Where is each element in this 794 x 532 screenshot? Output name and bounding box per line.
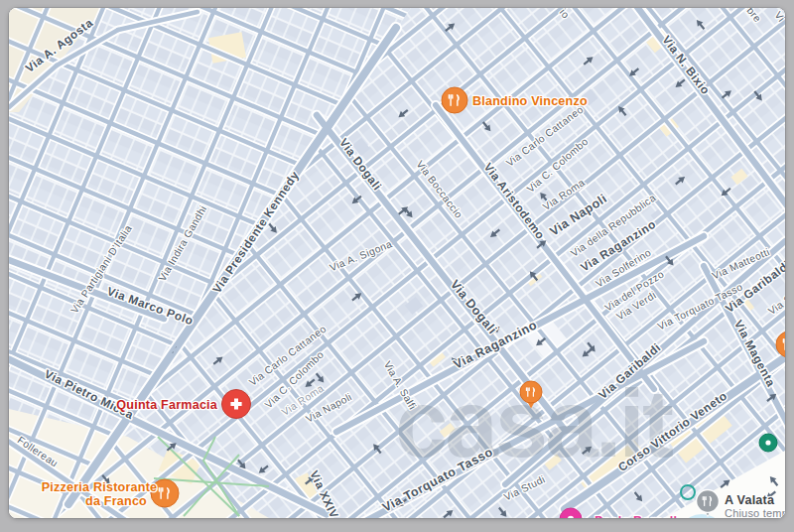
- poi-marker-blandino[interactable]: [442, 87, 467, 113]
- poi-status-valata: Chiuso tempo: [725, 507, 785, 518]
- poi-marker-farmacia[interactable]: [222, 390, 251, 419]
- garden-icon: [765, 440, 770, 445]
- poi-label-pizzeria-line2[interactable]: da Franco: [85, 494, 147, 508]
- poi-label-valata[interactable]: A Valata: [725, 493, 775, 507]
- poi-label-pizzeria-line1[interactable]: Pizzeria Ristorante: [42, 480, 157, 494]
- map-canvas[interactable]: casa.it Via A. Agosta Via Partigiani D'I…: [9, 8, 785, 518]
- poi-label-farmacia[interactable]: Quinta Farmacia: [116, 398, 217, 412]
- poi-marker-garden[interactable]: [759, 434, 777, 452]
- map-svg: casa.it Via A. Agosta Via Partigiani D'I…: [9, 8, 785, 518]
- poi-label-blandino[interactable]: Blandino Vincenzo: [472, 94, 588, 108]
- poi-label-pink[interactable]: Paolo Borsell: [595, 514, 677, 518]
